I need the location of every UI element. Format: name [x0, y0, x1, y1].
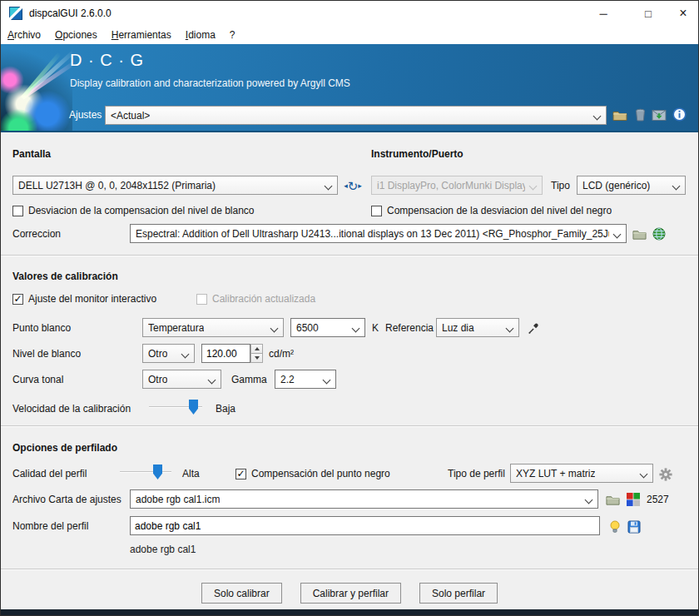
correction-browse-folder-icon[interactable] [631, 226, 647, 242]
app-logo [1, 44, 72, 131]
profile-name-preview: adobe rgb cal1 [130, 544, 196, 555]
whitepoint-label: Punto blanco [12, 322, 71, 334]
stepper-down-button[interactable] [250, 354, 263, 363]
black-point-compensation-checkbox[interactable]: ✓ Compensación del punto negro [235, 467, 390, 480]
reference-label: Referencia [385, 322, 434, 334]
menubar: Archivo Opciones Herramientas Idioma ? [1, 26, 698, 44]
header-banner: D · C · G Display calibration and charac… [1, 44, 698, 132]
slider-track[interactable] [120, 471, 171, 473]
update-calibration-label: Calibración actualizada [212, 293, 315, 305]
chevron-down-icon [672, 182, 681, 191]
stepper-up-button[interactable] [250, 344, 263, 354]
slider-thumb[interactable] [153, 464, 162, 479]
profile-quality-slider[interactable] [120, 464, 171, 480]
slider-thumb[interactable] [189, 400, 198, 415]
testchart-editor-patches-icon[interactable] [625, 491, 642, 508]
profile-type-value: XYZ LUT + matriz [516, 468, 595, 479]
gamma-combo[interactable]: 2.2 [275, 370, 336, 389]
white-level-label: Nivel de blanco [12, 348, 81, 360]
instrument-combo: i1 DisplayPro, ColorMunki Display [371, 176, 543, 195]
calibrate-and-profile-button[interactable]: Calibrar y perfilar [300, 583, 401, 604]
instrument-type-label: Tipo [551, 180, 570, 191]
delete-settings-trash-icon[interactable] [632, 107, 648, 123]
profile-type-label: Tipo de perfil [448, 468, 505, 479]
correction-combo[interactable]: Espectral: Addition of Dell Ultrasharp U… [130, 224, 627, 243]
chevron-down-icon [181, 350, 190, 359]
settings-combo-value: <Actual> [111, 110, 150, 122]
white-drift-checkbox[interactable]: Desviacion de la compensacion del nivel … [12, 204, 255, 217]
profile-type-gear-icon[interactable] [657, 466, 674, 483]
app-icon [9, 7, 22, 20]
section-separator [1, 569, 698, 570]
display-type-combo[interactable]: LCD (genérico) [577, 176, 686, 195]
maximize-button[interactable]: □ [633, 1, 663, 26]
close-button[interactable]: × [668, 1, 698, 26]
profile-type-combo[interactable]: XYZ LUT + matriz [510, 464, 653, 483]
reference-combo[interactable]: Luz dia [436, 318, 519, 337]
eyedropper-icon[interactable] [525, 320, 542, 336]
chevron-down-icon [529, 182, 538, 191]
chevron-down-icon [585, 496, 593, 504]
tone-curve-combo[interactable]: Otro [142, 370, 221, 389]
temperature-value: 6500 [296, 322, 319, 334]
profile-quality-label: Calidad del perfil [12, 468, 87, 479]
white-level-mode-combo[interactable]: Otro [142, 344, 195, 363]
settings-combo[interactable]: <Actual> [105, 106, 607, 125]
checkbox-box [371, 206, 382, 216]
main-content: Pantalla Instrumento/Puerto DELL U2713H … [1, 132, 698, 609]
correction-label: Correccion [12, 228, 61, 240]
detect-displays-refresh-icon[interactable]: ◂↻▸ [340, 177, 365, 194]
whitepoint-mode-combo[interactable]: Temperatura [142, 318, 284, 337]
chevron-down-icon [593, 112, 602, 121]
correction-combo-value: Espectral: Addition of Dell Ultrasharp U… [136, 228, 609, 240]
calibration-speed-value: Baja [216, 403, 235, 415]
menu-opciones[interactable]: Opciones [55, 29, 97, 41]
menu-help[interactable]: ? [230, 29, 235, 41]
calibration-speed-slider[interactable] [149, 399, 202, 415]
calibration-section-title: Valores de calibración [12, 271, 118, 282]
info-icon[interactable] [671, 106, 687, 122]
white-level-input[interactable] [201, 344, 250, 363]
temperature-combo[interactable]: 6500 [290, 318, 365, 337]
chevron-down-icon [208, 376, 216, 385]
testchart-combo[interactable]: adobe rgb cal1.icm [130, 489, 598, 509]
testchart-label: Archivo Carta de ajustes [12, 494, 121, 505]
white-level-stepper[interactable] [250, 344, 263, 363]
install-profile-icon[interactable] [651, 107, 667, 123]
checkmark-icon: ✓ [13, 294, 22, 304]
reference-value: Luz dia [442, 322, 474, 334]
minimize-button[interactable]: ─ [588, 1, 618, 26]
profiling-section-title: Opciones de perfilado [12, 442, 117, 454]
profile-name-hint-lightbulb-icon[interactable] [607, 519, 623, 535]
testchart-browse-folder-icon[interactable] [604, 491, 621, 508]
profile-only-button[interactable]: Solo perfilar [419, 583, 498, 604]
load-settings-folder-icon[interactable] [612, 107, 628, 123]
titlebar: dispcalGUI 2.6.0.0 ─ □ × [1, 1, 698, 26]
update-calibration-checkbox: Calibración actualizada [196, 292, 315, 306]
display-type-value: LCD (genérico) [582, 180, 650, 191]
calibrate-only-button[interactable]: Solo calibrar [201, 583, 282, 604]
black-drift-checkbox[interactable]: Compensacion de la desviacion del nivel … [371, 204, 612, 217]
white-drift-label: Desviacion de la compensacion del nivel … [28, 205, 255, 216]
tone-curve-label: Curva tonal [12, 374, 63, 385]
arrow-down-icon [255, 356, 260, 360]
menu-herramientas[interactable]: Herramientas [112, 29, 171, 41]
app-subtitle: Display calibration and characterization… [70, 77, 350, 89]
checkbox-box [196, 294, 207, 305]
correction-web-globe-icon[interactable] [651, 226, 667, 242]
interactive-adjustment-checkbox[interactable]: ✓ Ajuste del monitor interactivo [12, 292, 156, 306]
chevron-down-icon [613, 231, 622, 239]
menu-idioma[interactable]: Idioma [186, 29, 216, 41]
white-level-mode-value: Otro [148, 348, 167, 360]
kelvin-unit: K [372, 322, 379, 334]
window-title: dispcalGUI 2.6.0.0 [29, 7, 112, 19]
chevron-down-icon [352, 325, 360, 333]
checkbox-box [12, 206, 23, 216]
action-buttons: Solo calibrar Calibrar y perfilar Solo p… [1, 583, 698, 604]
profile-name-input[interactable] [130, 516, 600, 535]
save-profile-floppy-icon[interactable] [626, 519, 642, 535]
app-title: D · C · G [70, 51, 144, 70]
display-combo[interactable]: DELL U2713H @ 0, 0, 2048x1152 (Primaria) [12, 176, 338, 195]
menu-archivo[interactable]: Archivo [7, 29, 41, 41]
calibration-speed-label: Velocidad de la calibración [12, 403, 131, 415]
